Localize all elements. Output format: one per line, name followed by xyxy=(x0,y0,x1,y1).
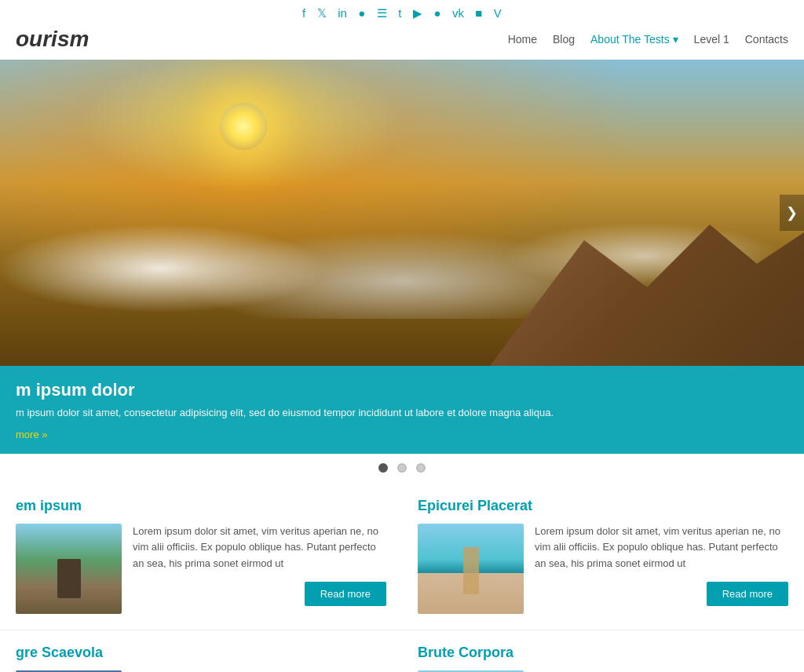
nav-contacts[interactable]: Contacts xyxy=(745,33,788,46)
social-pinterest[interactable]: ● xyxy=(433,6,440,20)
social-twitter[interactable]: 𝕏 xyxy=(317,6,327,20)
sun-graphic xyxy=(220,103,267,150)
social-instagram[interactable]: ● xyxy=(358,6,365,20)
social-square[interactable]: ■ xyxy=(475,6,482,20)
nav-about[interactable]: About The Tests ▾ xyxy=(590,33,678,46)
hero-slider: ❯ xyxy=(0,60,804,366)
nav-level1[interactable]: Level 1 xyxy=(694,33,729,46)
main-nav: Home Blog About The Tests ▾ Level 1 Cont… xyxy=(508,33,788,46)
slider-next-arrow[interactable]: ❯ xyxy=(780,195,804,231)
blog-card-4-title: Brute Corpora xyxy=(418,645,788,661)
header: ourism Home Blog About The Tests ▾ Level… xyxy=(0,27,804,60)
blog-card-4: Brute Corpora Lorem ipsum dolor sit amet… xyxy=(402,630,804,673)
blog-card-2-text: Lorem ipsum dolor sit amet, vim veritus … xyxy=(535,524,788,572)
social-tumblr[interactable]: t xyxy=(398,6,401,20)
blog-card-1-title: em ipsum xyxy=(16,498,386,514)
slider-dot-1[interactable] xyxy=(378,463,388,473)
social-vine[interactable]: V xyxy=(494,6,502,20)
beach-image xyxy=(418,524,524,614)
caption-more-link[interactable]: more » xyxy=(16,429,47,440)
social-bar: f 𝕏 in ● ☰ t ▶ ● vk ■ V xyxy=(0,0,804,27)
blog-card-1: em ipsum Lorem ipsum dolor sit amet, vim… xyxy=(0,484,402,630)
site-title: ourism xyxy=(16,27,89,52)
nav-home[interactable]: Home xyxy=(508,33,537,46)
blog-card-2-title: Epicurei Placerat xyxy=(418,498,788,514)
social-rss[interactable]: ☰ xyxy=(377,6,387,20)
blog-card-2-content: Lorem ipsum dolor sit amet, vim veritus … xyxy=(535,524,788,606)
social-facebook[interactable]: f xyxy=(302,6,305,20)
social-youtube[interactable]: ▶ xyxy=(413,6,422,20)
blog-grid: em ipsum Lorem ipsum dolor sit amet, vim… xyxy=(0,484,804,673)
read-more-button-2[interactable]: Read more xyxy=(707,582,788,606)
caption-band: m ipsum dolor m ipsum dolor sit amet, co… xyxy=(0,366,804,454)
blog-card-2-inner: Lorem ipsum dolor sit amet, vim veritus … xyxy=(418,524,788,614)
blog-card-2-image xyxy=(418,524,524,614)
blog-card-1-inner: Lorem ipsum dolor sit amet, vim veritus … xyxy=(16,524,386,614)
social-linkedin[interactable]: in xyxy=(338,6,347,20)
blog-card-2: Epicurei Placerat Lorem ipsum dolor sit … xyxy=(402,484,804,630)
slider-dot-2[interactable] xyxy=(397,463,407,473)
blog-card-1-image xyxy=(16,524,122,614)
blog-card-3-title: gre Scaevola xyxy=(16,645,386,661)
social-vk[interactable]: vk xyxy=(452,6,464,20)
caption-text: m ipsum dolor sit amet, consectetur adip… xyxy=(16,405,788,421)
valley-image xyxy=(16,524,122,614)
caption-title: m ipsum dolor xyxy=(16,380,788,400)
blog-card-1-text: Lorem ipsum dolor sit amet, vim veritus … xyxy=(133,524,386,572)
blog-card-1-content: Lorem ipsum dolor sit amet, vim veritus … xyxy=(133,524,386,606)
nav-blog[interactable]: Blog xyxy=(553,33,575,46)
blog-card-3: gre Scaevola Lorem ipsum dolor sit amet,… xyxy=(0,630,402,673)
slider-dots xyxy=(0,454,804,484)
slider-dot-3[interactable] xyxy=(416,463,426,473)
read-more-button-1[interactable]: Read more xyxy=(305,582,386,606)
